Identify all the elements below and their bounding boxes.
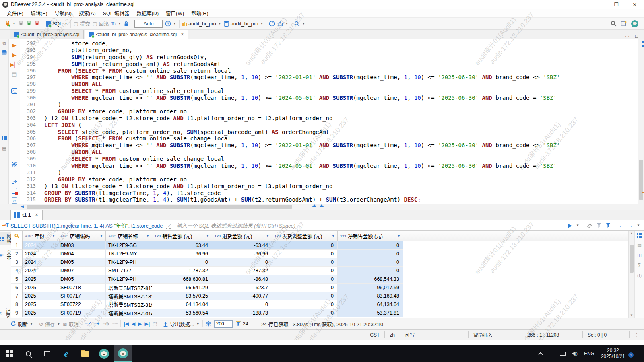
grid-cell[interactable]: SMT-7177 xyxy=(106,267,152,275)
quick-search-icon[interactable] xyxy=(611,21,617,27)
grid-cell[interactable]: 0 xyxy=(272,292,338,300)
maximize-button[interactable]: ☐ xyxy=(607,0,625,9)
history-forward-icon[interactable]: → xyxy=(627,222,633,228)
panel-text-icon[interactable]: ▤ xyxy=(637,243,641,248)
grid-cell[interactable]: 96.96 xyxy=(152,250,212,258)
grid-cell[interactable]: 1,787.32 xyxy=(152,267,212,275)
data-transfer-button[interactable]: ▼ xyxy=(277,21,288,27)
scroll-left-arrow[interactable]: ◀ xyxy=(21,204,24,208)
filter-input[interactable]: 输入一个 SQL 表达式来过滤结果 (使用 Ctrl+Space) xyxy=(176,222,564,229)
file-explorer-button[interactable] xyxy=(76,345,95,362)
edit-row-icon[interactable]: ≡⟋ xyxy=(85,321,91,327)
code-line[interactable]: 314GROUP BY SUBSTR(t1.mgclearTime, 1, 4)… xyxy=(20,190,638,197)
grid-settings-gear-icon[interactable] xyxy=(206,321,211,327)
grid-cell[interactable]: DM03 xyxy=(58,241,106,250)
tab-text[interactable]: 文本 ↹T xyxy=(0,249,12,261)
grid-cell[interactable]: -400.77 xyxy=(212,292,272,300)
statusbar-segment-3[interactable]: 智能插入 xyxy=(468,331,522,338)
code-line[interactable]: 299 SELECT * FROM custom_online_sale_ret… xyxy=(20,88,638,95)
row-number[interactable]: 4 xyxy=(11,267,23,275)
task-view-button[interactable] xyxy=(38,345,57,362)
code-line[interactable]: 310 WHERE mgclear_time <> '' AND SUBSTR(… xyxy=(20,162,638,169)
column-header-0[interactable]: ABC年份▼ xyxy=(23,231,58,241)
row-number[interactable]: 6 xyxy=(11,284,23,292)
delete-row-icon[interactable]: ≡− xyxy=(112,321,118,327)
grid-cell[interactable]: -188.73 xyxy=(212,309,272,317)
next-row-icon[interactable]: ▶ xyxy=(138,321,142,327)
volume-icon[interactable]: )) xyxy=(572,351,578,356)
grid-cell[interactable]: 0 xyxy=(338,250,403,258)
code-line[interactable]: 306 FROM (SELECT * FROM custom_online_sa… xyxy=(20,135,638,142)
refresh-button[interactable]: 刷新 ▼ xyxy=(10,320,33,328)
terminal-icon[interactable]: >_ xyxy=(11,88,17,94)
filter-icon[interactable] xyxy=(605,222,611,228)
menu-item-2[interactable]: 导航(N) xyxy=(51,8,75,18)
column-header-6[interactable]: 123净销售金额 (元)▼ xyxy=(338,231,403,241)
grid-cell[interactable]: 2025 xyxy=(23,275,58,284)
sort-dropdown-icon[interactable]: ▼ xyxy=(100,234,103,238)
sash-collapse-control[interactable] xyxy=(312,204,324,207)
sql-editor-button[interactable]: SQL ▼ xyxy=(46,21,68,27)
grid-cell[interactable]: 0 xyxy=(272,267,338,275)
table-row[interactable]: 72025SF00717塔斯曼SMTSBZ-181583,570.25-400.… xyxy=(11,292,628,300)
grid-cell[interactable]: 塔斯曼SMTSBZ-0148 xyxy=(106,309,152,317)
sort-dropdown-icon[interactable]: ▼ xyxy=(146,234,149,238)
sort-dropdown-icon[interactable]: ▼ xyxy=(206,234,209,238)
tab-analysis-cleartime-sql[interactable]: <audit_bi_pro> analysis_cleartime.sql ✕ xyxy=(85,30,188,39)
execute-new-tab-icon[interactable]: ▶+ xyxy=(12,52,17,58)
grid-cell[interactable]: SF00717 xyxy=(58,292,106,300)
grid-cell[interactable]: DM05 xyxy=(58,275,106,284)
grid-cell[interactable]: SF00722 xyxy=(58,300,106,309)
table-row[interactable]: 22024DM04TK-L2F9-MY96.96-96.9600 xyxy=(11,250,628,258)
grid-cell[interactable]: 53,560.54 xyxy=(152,309,212,317)
table-row[interactable]: 62025SF00718塔斯曼SMTSBZ-817496,641.29-623.… xyxy=(11,284,628,292)
statusbar-menu-icon[interactable]: ⋮ xyxy=(629,331,644,338)
grid-cell[interactable]: 2025 xyxy=(23,284,58,292)
panel-meta-icon[interactable]: ⓘ xyxy=(637,272,642,279)
grid-cell[interactable]: 2025 xyxy=(23,309,58,317)
new-connection-button[interactable]: ▼ xyxy=(4,21,16,27)
row-number[interactable]: 3 xyxy=(11,258,23,267)
taskbar-search-button[interactable] xyxy=(19,345,38,362)
row-number[interactable]: 8 xyxy=(11,300,23,309)
grid-cell[interactable]: -86.48 xyxy=(212,275,272,284)
code-line[interactable]: 309 SELECT * FROM custom_online_sale_cha… xyxy=(20,156,638,162)
table-row[interactable]: 12024DM03TK-L2F9-SG63.44-63.4400 xyxy=(11,241,628,250)
reconnect-button[interactable] xyxy=(26,21,32,27)
statusbar-segment-5[interactable]: Sel: 0 | 0 xyxy=(582,331,629,338)
lock-button[interactable] xyxy=(124,21,129,27)
overflow-icon[interactable]: … xyxy=(251,321,256,327)
editor-horizontal-scrollbar[interactable]: ◀ xyxy=(0,204,644,210)
table-row[interactable]: 92025SF00719塔斯曼SMTSBZ-014853,560.54-188.… xyxy=(11,309,628,317)
focus-cell-icon[interactable]: ⬚ xyxy=(153,321,157,327)
row-number[interactable]: 1 xyxy=(11,241,23,250)
menu-item-0[interactable]: 文件(F) xyxy=(3,8,27,18)
grid-cell[interactable]: 64,134.04 xyxy=(338,300,403,309)
grid-cell[interactable]: TK-L2F9-SG xyxy=(106,241,152,250)
row-number[interactable]: 5 xyxy=(11,275,23,284)
export-data-button[interactable]: 导出数据... ▼ xyxy=(163,320,199,328)
sort-dropdown-icon[interactable]: ▼ xyxy=(266,234,269,238)
abort-connection-button[interactable] xyxy=(34,21,40,27)
maximize-view-icon[interactable]: ☐ xyxy=(635,34,638,39)
apply-filter-icon[interactable]: ▶ xyxy=(568,222,572,228)
start-button[interactable] xyxy=(0,345,19,362)
grid-cell[interactable]: 2024 xyxy=(23,250,58,258)
cancel-button[interactable]: ⊠取消 xyxy=(63,320,79,328)
scroll-up-arrow[interactable]: ▲ xyxy=(629,232,634,235)
results-tab-t1[interactable]: t1 1 ✕ xyxy=(10,210,43,220)
code-line[interactable]: 305 SELECT store_code, platform_order_no… xyxy=(20,129,638,136)
grid-cell[interactable]: 64,134.04 xyxy=(152,300,212,309)
tx-mode-combobox[interactable]: Auto xyxy=(134,20,163,28)
row-number[interactable]: 9 xyxy=(11,309,23,317)
code-line[interactable]: 304LEFT JOIN ( xyxy=(20,122,638,129)
menu-item-3[interactable]: 搜索(A) xyxy=(75,8,99,18)
column-header-2[interactable]: ABC店铺名称▼ xyxy=(106,231,152,241)
grid-cell[interactable]: 83,169.48 xyxy=(338,292,403,300)
code-line[interactable]: 312 GROUP BY store_code, platform_order_… xyxy=(20,176,638,183)
grid-cell[interactable]: 0 xyxy=(272,284,338,292)
grid-cell[interactable]: 83,570.25 xyxy=(152,292,212,300)
history-back-icon[interactable]: ← xyxy=(619,222,624,228)
grid-cell[interactable]: 668,544.33 xyxy=(338,275,403,284)
code-line[interactable]: 301 ) xyxy=(20,101,638,108)
